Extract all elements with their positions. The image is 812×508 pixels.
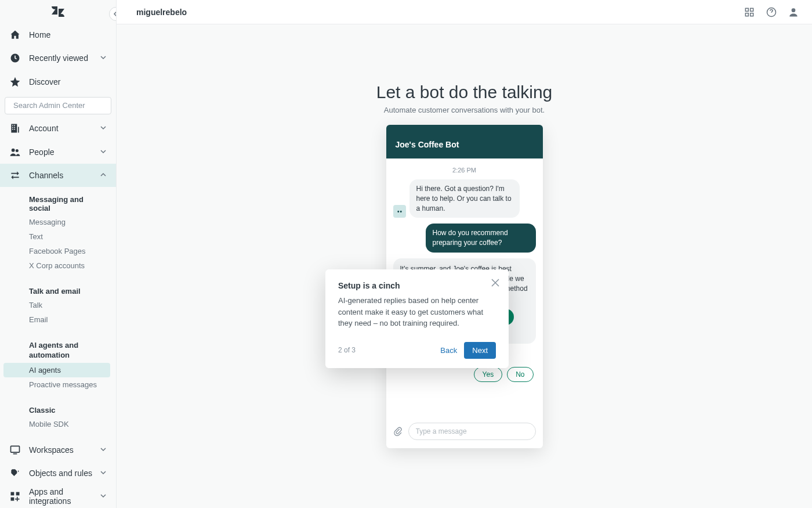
chat-message-input[interactable]: [408, 423, 536, 440]
subnav-item-talk[interactable]: Talk: [0, 298, 110, 312]
svg-rect-11: [751, 13, 753, 16]
chevron-down-icon: [100, 469, 107, 478]
sidebar-item-label: Workspaces: [29, 445, 74, 455]
helpful-yes-button[interactable]: Yes: [474, 367, 503, 382]
help-icon[interactable]: [766, 6, 777, 18]
svg-point-2: [16, 149, 19, 152]
content: Let a bot do the talking Automate custom…: [117, 24, 812, 508]
sidebar-item-discover[interactable]: Discover: [0, 70, 116, 93]
sidebar-item-account[interactable]: Account: [0, 117, 116, 140]
sidebar-item-label: Objects and rules: [29, 469, 92, 478]
subnav-heading-classic: Classic: [0, 400, 116, 417]
chevron-down-icon: [100, 492, 107, 501]
star-icon: [9, 76, 21, 88]
home-icon: [9, 29, 21, 41]
subnav-item-email[interactable]: Email: [0, 312, 110, 327]
chat-timestamp: 2:26 PM: [393, 164, 536, 179]
svg-rect-3: [11, 446, 20, 452]
chat-header: Joe's Coffee Bot: [386, 125, 543, 158]
sidebar-item-people[interactable]: People: [0, 140, 116, 163]
svg-rect-6: [16, 492, 20, 495]
svg-rect-8: [745, 8, 748, 11]
hero-subtitle: Automate customer conversations with you…: [117, 106, 812, 114]
chat-row-user-1: How do you recommend preparing your coff…: [393, 224, 536, 253]
popover-back-button[interactable]: Back: [440, 346, 457, 355]
svg-rect-9: [751, 8, 753, 11]
chevron-down-icon: [100, 53, 107, 63]
chat-input-row: [386, 417, 543, 448]
close-icon: [491, 279, 499, 287]
sidebar-item-label: Discover: [29, 77, 60, 87]
hero: Let a bot do the talking Automate custom…: [117, 82, 812, 114]
svg-rect-5: [11, 492, 14, 495]
chat-bubble-bot: Hi there. Got a question? I'm here to he…: [409, 179, 520, 218]
hero-title: Let a bot do the talking: [117, 82, 812, 102]
attachment-icon[interactable]: [393, 427, 403, 436]
sidebar-item-label: Apps and integrations: [29, 487, 107, 506]
subnav-item-messaging[interactable]: Messaging: [0, 215, 110, 229]
sidebar-item-label: People: [29, 147, 55, 157]
apps-grid-icon[interactable]: [744, 6, 755, 18]
subnav-heading-talk-email: Talk and email: [0, 281, 116, 298]
breadcrumb: miguelrebelo: [129, 8, 187, 17]
svg-rect-4: [13, 453, 17, 454]
sidebar-item-channels[interactable]: Channels: [0, 164, 116, 187]
subnav-item-facebook-pages[interactable]: Facebook Pages: [0, 244, 110, 258]
apps-icon: [9, 491, 21, 502]
popover-close-button[interactable]: [491, 279, 499, 289]
clock-icon: [9, 52, 21, 64]
chat-row-bot-1: Hi there. Got a question? I'm here to he…: [393, 179, 536, 218]
main: miguelrebelo Let a bot do the talking Au…: [117, 0, 812, 508]
subnav-item-text[interactable]: Text: [0, 229, 110, 244]
subnav-heading-messaging: Messaging and social: [0, 189, 116, 215]
chevron-down-icon: [100, 124, 107, 133]
chevron-down-icon: [100, 445, 107, 455]
svg-point-13: [792, 8, 796, 12]
sidebar-item-label: Account: [29, 124, 59, 133]
zendesk-logo[interactable]: [0, 0, 116, 23]
subnav-item-xcorp-accounts[interactable]: X Corp accounts: [0, 258, 110, 273]
people-icon: [9, 146, 21, 158]
sidebar-item-objects-rules[interactable]: Objects and rules: [0, 462, 116, 485]
bot-avatar-icon: [393, 205, 406, 218]
channels-icon: [9, 170, 21, 181]
subnav-item-proactive-messages[interactable]: Proactive messages: [0, 377, 110, 392]
workspaces-icon: [9, 444, 21, 456]
sidebar-item-label: Channels: [29, 171, 63, 180]
svg-rect-7: [11, 498, 14, 501]
profile-icon[interactable]: [788, 6, 799, 18]
popover-title: Setup is a cinch: [338, 281, 496, 290]
sidebar-item-apps-integrations[interactable]: Apps and integrations: [0, 485, 116, 508]
chevron-up-icon: [100, 171, 107, 180]
popover-body: AI-generated replies based on help cente…: [338, 295, 496, 329]
svg-rect-10: [745, 13, 748, 16]
chat-bubble-user: How do you recommend preparing your coff…: [426, 224, 536, 253]
objects-rules-icon: [9, 467, 21, 479]
topbar: miguelrebelo: [117, 0, 812, 24]
search-box[interactable]: [5, 97, 111, 115]
popover-next-button[interactable]: Next: [464, 342, 496, 359]
sidebar-item-label: Recently viewed: [29, 53, 88, 63]
subnav-heading-ai-agents: AI agents and automation: [0, 335, 116, 363]
subnav-item-ai-agents[interactable]: AI agents: [3, 363, 110, 377]
popover-step-indicator: 2 of 3: [338, 346, 356, 354]
sidebar-item-recently-viewed[interactable]: Recently viewed: [0, 46, 116, 70]
onboarding-popover: Setup is a cinch AI-generated replies ba…: [325, 269, 509, 368]
channels-subnav: Messaging and social Messaging Text Face…: [0, 187, 116, 438]
building-icon: [9, 123, 21, 134]
svg-point-1: [12, 148, 15, 152]
chevron-down-icon: [100, 147, 107, 157]
sidebar-item-workspaces[interactable]: Workspaces: [0, 438, 116, 462]
subnav-item-mobile-sdk[interactable]: Mobile SDK: [0, 417, 110, 431]
sidebar-item-label: Home: [29, 30, 50, 39]
sidebar-item-home[interactable]: Home: [0, 23, 116, 46]
helpful-no-button[interactable]: No: [507, 367, 533, 382]
search-input[interactable]: [13, 101, 111, 110]
sidebar: Home Recently viewed Discover Account Pe…: [0, 0, 117, 508]
